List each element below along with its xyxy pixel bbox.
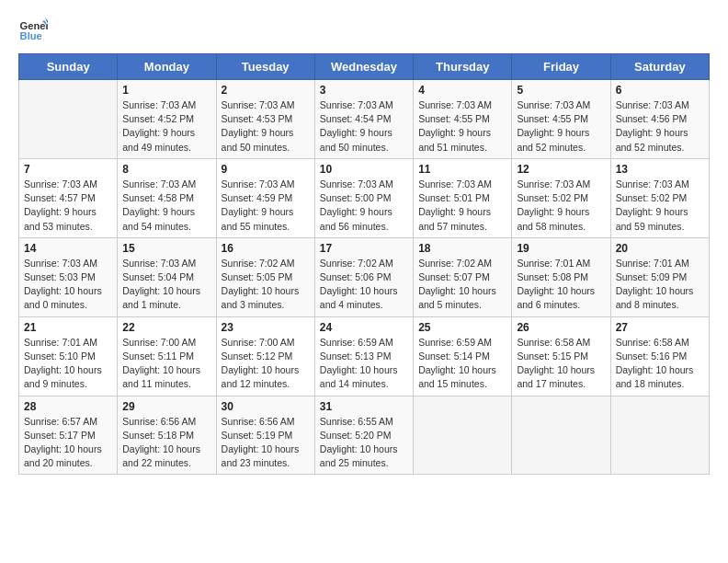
day-number: 15 — [122, 242, 210, 255]
calendar-cell: 1Sunrise: 7:03 AM Sunset: 4:52 PM Daylig… — [118, 80, 216, 159]
day-info: Sunrise: 6:59 AM Sunset: 5:14 PM Dayligh… — [418, 336, 506, 392]
day-info: Sunrise: 7:03 AM Sunset: 4:54 PM Dayligh… — [320, 98, 408, 155]
day-info: Sunrise: 7:01 AM Sunset: 5:09 PM Dayligh… — [616, 257, 704, 313]
day-number: 21 — [24, 321, 112, 334]
calendar-week-4: 21Sunrise: 7:01 AM Sunset: 5:10 PM Dayli… — [19, 316, 710, 396]
calendar-cell: 2Sunrise: 7:03 AM Sunset: 4:53 PM Daylig… — [216, 80, 314, 159]
calendar-cell: 29Sunrise: 6:56 AM Sunset: 5:18 PM Dayli… — [118, 396, 216, 475]
calendar-cell: 18Sunrise: 7:02 AM Sunset: 5:07 PM Dayli… — [414, 237, 512, 316]
calendar-cell: 4Sunrise: 7:03 AM Sunset: 4:55 PM Daylig… — [414, 80, 512, 159]
day-info: Sunrise: 7:03 AM Sunset: 4:52 PM Dayligh… — [122, 98, 210, 155]
day-info: Sunrise: 7:02 AM Sunset: 5:05 PM Dayligh… — [222, 257, 310, 313]
weekday-sunday: Sunday — [19, 54, 118, 80]
calendar-week-2: 7Sunrise: 7:03 AM Sunset: 4:57 PM Daylig… — [19, 158, 710, 237]
calendar-cell: 11Sunrise: 7:03 AM Sunset: 5:01 PM Dayli… — [414, 158, 512, 237]
calendar-cell: 16Sunrise: 7:02 AM Sunset: 5:05 PM Dayli… — [216, 237, 314, 316]
calendar-header: SundayMondayTuesdayWednesdayThursdayFrid… — [19, 54, 710, 80]
day-info: Sunrise: 7:01 AM Sunset: 5:08 PM Dayligh… — [517, 257, 605, 313]
calendar-cell — [19, 80, 118, 159]
calendar-cell: 9Sunrise: 7:03 AM Sunset: 4:59 PM Daylig… — [216, 158, 314, 237]
day-number: 9 — [222, 163, 310, 176]
day-info: Sunrise: 7:03 AM Sunset: 5:00 PM Dayligh… — [320, 178, 408, 234]
calendar-cell: 30Sunrise: 6:56 AM Sunset: 5:19 PM Dayli… — [216, 396, 314, 475]
day-number: 1 — [122, 84, 210, 97]
calendar-table: SundayMondayTuesdayWednesdayThursdayFrid… — [18, 53, 710, 475]
day-info: Sunrise: 7:03 AM Sunset: 4:53 PM Dayligh… — [222, 98, 310, 155]
calendar-cell: 27Sunrise: 6:58 AM Sunset: 5:16 PM Dayli… — [610, 316, 709, 396]
weekday-row: SundayMondayTuesdayWednesdayThursdayFrid… — [19, 54, 710, 80]
calendar-cell: 25Sunrise: 6:59 AM Sunset: 5:14 PM Dayli… — [414, 316, 512, 396]
day-info: Sunrise: 6:55 AM Sunset: 5:20 PM Dayligh… — [320, 415, 408, 471]
weekday-friday: Friday — [512, 54, 610, 80]
day-info: Sunrise: 7:03 AM Sunset: 5:02 PM Dayligh… — [616, 178, 704, 234]
calendar-cell: 8Sunrise: 7:03 AM Sunset: 4:58 PM Daylig… — [118, 158, 216, 237]
logo: General Blue — [18, 15, 48, 44]
day-number: 16 — [222, 242, 310, 255]
calendar-week-1: 1Sunrise: 7:03 AM Sunset: 4:52 PM Daylig… — [19, 80, 710, 159]
day-number: 12 — [517, 163, 605, 176]
day-info: Sunrise: 7:00 AM Sunset: 5:11 PM Dayligh… — [122, 336, 210, 392]
weekday-monday: Monday — [118, 54, 216, 80]
calendar-cell: 26Sunrise: 6:58 AM Sunset: 5:15 PM Dayli… — [512, 316, 610, 396]
calendar-cell: 3Sunrise: 7:03 AM Sunset: 4:54 PM Daylig… — [314, 80, 413, 159]
day-number: 31 — [320, 400, 408, 413]
calendar-week-3: 14Sunrise: 7:03 AM Sunset: 5:03 PM Dayli… — [19, 237, 710, 316]
day-number: 10 — [320, 163, 408, 176]
day-info: Sunrise: 6:56 AM Sunset: 5:18 PM Dayligh… — [122, 415, 210, 471]
day-number: 19 — [517, 242, 605, 255]
day-info: Sunrise: 7:03 AM Sunset: 4:55 PM Dayligh… — [517, 98, 605, 155]
day-number: 17 — [320, 242, 408, 255]
day-number: 30 — [222, 400, 310, 413]
calendar-cell: 12Sunrise: 7:03 AM Sunset: 5:02 PM Dayli… — [512, 158, 610, 237]
day-number: 13 — [616, 163, 704, 176]
day-info: Sunrise: 6:58 AM Sunset: 5:15 PM Dayligh… — [517, 336, 605, 392]
day-number: 3 — [320, 84, 408, 97]
day-info: Sunrise: 7:03 AM Sunset: 4:56 PM Dayligh… — [616, 98, 704, 155]
weekday-saturday: Saturday — [610, 54, 709, 80]
day-number: 2 — [222, 84, 310, 97]
day-info: Sunrise: 7:03 AM Sunset: 4:59 PM Dayligh… — [222, 178, 310, 234]
calendar-cell: 13Sunrise: 7:03 AM Sunset: 5:02 PM Dayli… — [610, 158, 709, 237]
day-number: 28 — [24, 400, 112, 413]
calendar-cell: 23Sunrise: 7:00 AM Sunset: 5:12 PM Dayli… — [216, 316, 314, 396]
calendar-cell: 14Sunrise: 7:03 AM Sunset: 5:03 PM Dayli… — [19, 237, 118, 316]
calendar-cell: 10Sunrise: 7:03 AM Sunset: 5:00 PM Dayli… — [314, 158, 413, 237]
day-number: 5 — [517, 84, 605, 97]
day-info: Sunrise: 7:03 AM Sunset: 5:01 PM Dayligh… — [418, 178, 506, 234]
day-number: 22 — [122, 321, 210, 334]
calendar-cell — [512, 396, 610, 475]
day-number: 8 — [122, 163, 210, 176]
calendar-cell: 20Sunrise: 7:01 AM Sunset: 5:09 PM Dayli… — [610, 237, 709, 316]
day-info: Sunrise: 7:03 AM Sunset: 5:04 PM Dayligh… — [122, 257, 210, 313]
calendar-cell: 22Sunrise: 7:00 AM Sunset: 5:11 PM Dayli… — [118, 316, 216, 396]
calendar-cell: 6Sunrise: 7:03 AM Sunset: 4:56 PM Daylig… — [610, 80, 709, 159]
svg-text:Blue: Blue — [20, 30, 42, 41]
day-number: 14 — [24, 242, 112, 255]
day-info: Sunrise: 7:03 AM Sunset: 4:57 PM Dayligh… — [24, 178, 112, 234]
calendar-cell: 17Sunrise: 7:02 AM Sunset: 5:06 PM Dayli… — [314, 237, 413, 316]
day-number: 4 — [418, 84, 506, 97]
day-info: Sunrise: 7:03 AM Sunset: 5:02 PM Dayligh… — [517, 178, 605, 234]
day-number: 11 — [418, 163, 506, 176]
logo-icon: General Blue — [18, 15, 48, 44]
day-info: Sunrise: 6:56 AM Sunset: 5:19 PM Dayligh… — [222, 415, 310, 471]
calendar-cell: 5Sunrise: 7:03 AM Sunset: 4:55 PM Daylig… — [512, 80, 610, 159]
calendar-cell: 21Sunrise: 7:01 AM Sunset: 5:10 PM Dayli… — [19, 316, 118, 396]
calendar-cell — [414, 396, 512, 475]
day-number: 27 — [616, 321, 704, 334]
day-info: Sunrise: 7:03 AM Sunset: 5:03 PM Dayligh… — [24, 257, 112, 313]
calendar-cell: 24Sunrise: 6:59 AM Sunset: 5:13 PM Dayli… — [314, 316, 413, 396]
calendar-cell: 31Sunrise: 6:55 AM Sunset: 5:20 PM Dayli… — [314, 396, 413, 475]
weekday-wednesday: Wednesday — [314, 54, 413, 80]
day-info: Sunrise: 7:02 AM Sunset: 5:07 PM Dayligh… — [418, 257, 506, 313]
calendar-cell: 15Sunrise: 7:03 AM Sunset: 5:04 PM Dayli… — [118, 237, 216, 316]
day-number: 18 — [418, 242, 506, 255]
calendar-week-5: 28Sunrise: 6:57 AM Sunset: 5:17 PM Dayli… — [19, 396, 710, 475]
day-info: Sunrise: 7:01 AM Sunset: 5:10 PM Dayligh… — [24, 336, 112, 392]
day-number: 26 — [517, 321, 605, 334]
day-info: Sunrise: 6:58 AM Sunset: 5:16 PM Dayligh… — [616, 336, 704, 392]
calendar-body: 1Sunrise: 7:03 AM Sunset: 4:52 PM Daylig… — [19, 80, 710, 475]
day-number: 6 — [616, 84, 704, 97]
day-number: 7 — [24, 163, 112, 176]
weekday-thursday: Thursday — [414, 54, 512, 80]
